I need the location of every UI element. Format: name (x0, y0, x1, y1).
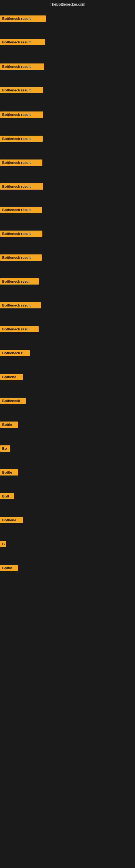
bottleneck-result-item-1: Bottleneck result (0, 16, 46, 22)
site-title: TheBottlenecker.com (0, 0, 135, 9)
bottleneck-result-item-4: Bottleneck result (0, 87, 43, 93)
bottleneck-result-item-21: Bott (0, 493, 14, 499)
bottleneck-result-item-19: Bo (0, 445, 10, 452)
bottleneck-result-item-6: Bottleneck result (0, 135, 43, 142)
bottleneck-result-item-14: Bottleneck resul (0, 326, 39, 332)
bottleneck-result-item-12: Bottleneck resul (0, 278, 39, 284)
bottleneck-result-item-2: Bottleneck result (0, 39, 45, 45)
bottleneck-result-item-10: Bottleneck result (0, 230, 42, 237)
bottleneck-result-item-7: Bottleneck result (0, 159, 42, 166)
bottleneck-result-item-5: Bottleneck result (0, 112, 43, 118)
bottleneck-result-item-23: B (0, 541, 6, 547)
bottleneck-result-item-24: Bottle (0, 565, 18, 571)
bottleneck-result-item-13: Bottleneck result (0, 302, 41, 308)
bottleneck-result-item-8: Bottleneck result (0, 183, 43, 190)
bottleneck-result-item-11: Bottleneck result (0, 254, 42, 261)
bottleneck-result-item-9: Bottleneck result (0, 207, 42, 213)
bottleneck-result-item-22: Bottlene (0, 517, 23, 523)
bottleneck-result-item-20: Bottle (0, 469, 18, 475)
bottleneck-result-item-15: Bottleneck r (0, 350, 30, 356)
bottleneck-result-item-17: Bottleneck (0, 398, 26, 404)
bottleneck-result-item-16: Bottlene (0, 374, 23, 380)
bottleneck-result-item-3: Bottleneck result (0, 63, 44, 70)
bottleneck-result-item-18: Bottle (0, 422, 18, 428)
